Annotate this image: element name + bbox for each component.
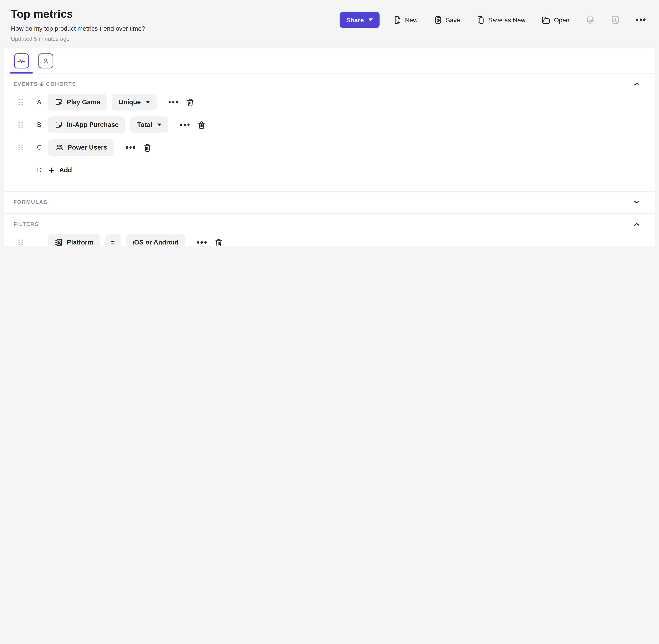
tab-events[interactable]	[14, 53, 29, 73]
new-label: New	[405, 16, 418, 23]
save-as-new-label: Save as New	[488, 16, 525, 23]
events-section: EVENTS & COHORTS A Play Game Unique	[4, 74, 655, 191]
aggregation-value: Total	[137, 121, 152, 129]
metric-row-add: D Add	[14, 162, 646, 179]
filter-value: iOS or Android	[132, 239, 179, 246]
report-toolbar: Share New Save Save as New Open	[340, 12, 648, 28]
row-options-button[interactable]	[123, 144, 138, 151]
chevron-down-icon[interactable]	[633, 199, 640, 206]
drag-handle-icon[interactable]	[19, 144, 25, 151]
aggregation-select-a[interactable]: Unique	[112, 94, 157, 111]
filters-section: FILTERS Platform = iOS or Android	[4, 214, 655, 246]
filter-row: Platform = iOS or Android	[14, 234, 646, 246]
bell-plus-icon	[585, 15, 595, 24]
insights-report-page: Top metrics How do my top product metric…	[0, 0, 659, 246]
save-button[interactable]: Save	[431, 15, 463, 25]
metric-row-b: B In-App Purchase Total	[14, 116, 646, 133]
event-name: Play Game	[67, 98, 100, 106]
tab-users[interactable]	[38, 53, 54, 73]
metric-letter: B	[37, 121, 48, 129]
delete-row-button[interactable]	[184, 96, 196, 108]
page-title: Top metrics	[11, 7, 145, 21]
chevron-up-icon[interactable]	[633, 221, 640, 228]
overflow-menu-button[interactable]	[633, 16, 648, 23]
drag-handle-icon[interactable]	[19, 122, 25, 128]
formulas-section: FORMULAS	[4, 192, 655, 213]
event-select-b[interactable]: In-App Purchase	[48, 116, 126, 133]
open-button[interactable]: Open	[539, 15, 572, 25]
aggregation-select-b[interactable]: Total	[130, 116, 168, 133]
trash-icon	[197, 120, 206, 129]
file-plus-icon	[393, 15, 402, 24]
event-select-a[interactable]: Play Game	[48, 94, 107, 111]
add-to-board-button[interactable]	[608, 15, 622, 25]
row-options-button[interactable]	[195, 239, 209, 246]
add-metric-button[interactable]: Add	[48, 164, 72, 176]
filter-operator: =	[111, 239, 115, 246]
filter-value-select[interactable]: iOS or Android	[126, 234, 185, 246]
save-as-new-button[interactable]: Save as New	[474, 15, 528, 25]
drag-handle-icon[interactable]	[19, 99, 25, 105]
row-options-button[interactable]	[177, 121, 192, 129]
folder-icon	[541, 15, 551, 24]
cursor-click-icon	[55, 98, 63, 106]
trash-icon	[186, 98, 195, 107]
pulse-chart-icon	[14, 53, 29, 68]
chevron-down-icon	[146, 101, 150, 104]
filter-property-select[interactable]: Platform	[48, 234, 100, 246]
metric-row-a: A Play Game Unique	[14, 94, 646, 111]
cohort-name: Power Users	[68, 144, 107, 151]
row-options-button[interactable]	[166, 98, 181, 106]
add-label: Add	[59, 166, 72, 174]
delete-row-button[interactable]	[196, 119, 208, 131]
aggregation-value: Unique	[119, 98, 141, 106]
builder-tabs	[4, 48, 655, 74]
chevron-up-icon[interactable]	[633, 80, 640, 88]
profile-card-icon	[55, 238, 63, 246]
formulas-section-header: FORMULAS	[14, 199, 48, 205]
drag-handle-icon[interactable]	[19, 239, 25, 245]
new-button[interactable]: New	[390, 15, 420, 25]
alerts-button[interactable]	[583, 15, 597, 25]
filter-operator-select[interactable]: =	[105, 234, 121, 246]
cursor-click-icon	[55, 121, 63, 129]
query-builder-card: EVENTS & COHORTS A Play Game Unique	[4, 48, 655, 246]
open-label: Open	[554, 16, 569, 23]
filter-property: Platform	[67, 239, 93, 246]
report-header: Top metrics How do my top product metric…	[0, 0, 659, 42]
person-card-icon	[38, 53, 53, 68]
delete-row-button[interactable]	[212, 236, 225, 246]
metric-letter: A	[37, 98, 48, 106]
save-label: Save	[446, 16, 460, 23]
report-subtitle: How do my top product metrics trend over…	[11, 25, 145, 32]
trash-icon	[214, 238, 223, 246]
metric-letter: C	[37, 144, 48, 151]
board-plus-icon	[611, 15, 620, 24]
chevron-down-icon	[368, 19, 373, 21]
events-section-header: EVENTS & COHORTS	[14, 81, 76, 87]
cohort-select-c[interactable]: Power Users	[48, 139, 114, 156]
plus-icon	[48, 167, 55, 174]
delete-row-button[interactable]	[141, 141, 154, 154]
copy-icon	[476, 15, 485, 24]
people-icon	[55, 143, 64, 152]
filters-section-header: FILTERS	[14, 221, 39, 227]
metric-row-c: C Power Users	[14, 139, 646, 156]
updated-timestamp: Updated 5 minutes ago	[11, 36, 145, 42]
trash-icon	[143, 143, 152, 152]
share-button[interactable]: Share	[340, 12, 379, 28]
event-name: In-App Purchase	[67, 121, 119, 129]
metric-letter: D	[37, 166, 48, 174]
chevron-down-icon	[157, 123, 161, 126]
save-icon	[434, 15, 442, 24]
share-label: Share	[346, 16, 364, 23]
